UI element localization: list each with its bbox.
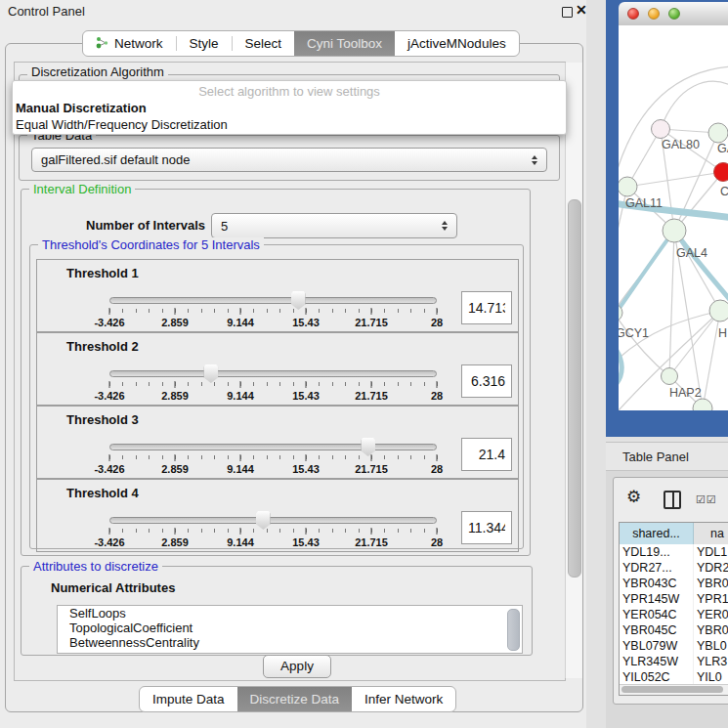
network-view-window: GAL80 GAL1 GAL11 GAL4 GCY1 H HAP2 C — [606, 0, 728, 437]
table-panel-inner: ⚙ ☑☑ shared... na YDL19...YDL1 YDR27...Y… — [613, 477, 728, 705]
algorithm-hint: Select algorithm to view settings — [13, 81, 566, 100]
node-gal4[interactable] — [663, 219, 686, 242]
table-row[interactable]: YLR345WYLR3 — [620, 654, 728, 669]
float-window-icon[interactable] — [562, 7, 573, 18]
main-vertical-scrollbar[interactable] — [565, 63, 582, 678]
control-panel-titlebar: Control Panel ✕ — [0, 0, 586, 23]
table-data-group: Table Data galFiltered.sif default node — [19, 135, 560, 181]
threshold-4-slider-thumb[interactable] — [256, 511, 271, 530]
num-intervals-label: Number of Intervals — [86, 218, 205, 233]
num-intervals-value: 5 — [212, 219, 435, 234]
node-label-gal80: GAL80 — [662, 138, 700, 151]
threshold-2-slider-track[interactable] — [109, 370, 437, 377]
list-item[interactable]: TopologicalCoefficient — [58, 621, 522, 635]
threshold-3-value-field[interactable] — [461, 438, 512, 471]
tab-select[interactable]: Select — [233, 31, 295, 56]
table-row[interactable]: YDL19...YDL1 — [620, 544, 728, 560]
threshold-1-value-field[interactable] — [461, 291, 512, 324]
table-horizontal-scrollbar[interactable] — [620, 684, 728, 695]
table-panel-title: Table Panel — [622, 450, 689, 464]
attributes-group-label: Attributes to discretize — [29, 559, 162, 574]
network-canvas[interactable]: GAL80 GAL1 GAL11 GAL4 GCY1 H HAP2 C — [619, 25, 728, 410]
column-header-shared-name[interactable]: shared... — [620, 523, 694, 544]
attributes-group: Attributes to discretize Numerical Attri… — [21, 566, 533, 656]
table-row[interactable]: YER054CYER0 — [620, 607, 728, 622]
tab-infer-network[interactable]: Infer Network — [352, 687, 455, 711]
table-data-value: galFiltered.sif default node — [32, 152, 525, 167]
minimize-traffic-light-icon[interactable] — [648, 8, 660, 20]
node-h[interactable] — [709, 300, 728, 321]
table-panel-body: ⚙ ☑☑ shared... na YDL19...YDL1 YDR27...Y… — [606, 471, 728, 728]
table-data-combobox[interactable]: galFiltered.sif default node — [31, 148, 547, 172]
columns-icon[interactable] — [664, 491, 681, 509]
tab-impute-data[interactable]: Impute Data — [140, 687, 237, 711]
scrollbar-thumb[interactable] — [621, 686, 723, 693]
column-header-name[interactable]: na — [694, 523, 728, 544]
node-hap2[interactable] — [662, 368, 678, 385]
combo-stepper-icon — [525, 155, 546, 165]
threshold-2-panel: Threshold 2 -3.426 2.859 9.144 15.43 21.… — [36, 332, 519, 406]
node-label-h: H — [718, 326, 727, 340]
list-item[interactable]: BetweennessCentrality — [58, 635, 522, 650]
algorithm-option-equal-width[interactable]: Equal Width/Frequency Discretization — [13, 116, 566, 133]
network-window-titlebar[interactable] — [619, 2, 728, 26]
node-label-gal1: GAL1 — [717, 142, 728, 155]
node-bottom[interactable] — [693, 399, 712, 410]
threshold-4-panel: Threshold 4 -3.426 2.859 9.144 15.43 21.… — [36, 479, 519, 552]
node-gal11[interactable] — [619, 177, 637, 196]
close-icon[interactable]: ✕ — [576, 2, 587, 18]
table-row[interactable]: YIL052CYIL0 — [620, 669, 728, 684]
zoom-traffic-light-icon[interactable] — [668, 8, 680, 20]
bottom-tab-strip: Impute Data Discretize Data Infer Networ… — [139, 686, 456, 712]
table-row[interactable]: YDR27...YDR2 — [620, 560, 728, 576]
node-label-gal4: GAL4 — [676, 246, 707, 260]
table-panel-titlebar: Table Panel — [606, 442, 728, 471]
table-row[interactable]: YPR145WYPR1 — [620, 591, 728, 607]
cyni-scrollpane: Discretization Algorithm Table Data galF… — [14, 62, 566, 681]
threshold-1-slider-track[interactable] — [109, 297, 437, 304]
threshold-3-slider-track[interactable] — [109, 444, 437, 450]
table-row[interactable]: YBR045CYBR0 — [620, 622, 728, 638]
node-label-hap2: HAP2 — [669, 386, 702, 400]
numerical-attributes-list: SelfLoops TopologicalCoefficient Between… — [57, 605, 523, 654]
interval-definition-group: Interval Definition Number of Intervals … — [21, 189, 531, 556]
threshold-1-panel: Threshold 1 -3.426 2.859 9.144 15.43 21.… — [36, 259, 519, 332]
numerical-attributes-label: Numerical Attributes — [51, 580, 175, 595]
thresholds-group-label: Threshold's Coordinates for 5 Intervals — [38, 237, 264, 252]
table-header-row: shared... na — [620, 523, 728, 544]
tab-jactivemnodules[interactable]: jActiveMNodules — [395, 31, 519, 56]
threshold-3-slider-thumb[interactable] — [361, 438, 375, 456]
num-intervals-combobox[interactable]: 5 — [211, 213, 457, 238]
discretization-algorithm-label: Discretization Algorithm — [27, 64, 168, 79]
node-gal1[interactable] — [708, 123, 728, 143]
threshold-4-slider-track[interactable] — [109, 517, 437, 524]
node-gal80[interactable] — [652, 120, 670, 139]
tab-discretize-data[interactable]: Discretize Data — [237, 687, 353, 711]
panel-title: Control Panel — [8, 4, 85, 19]
apply-button[interactable]: Apply — [263, 655, 331, 678]
node-label-gcy1: GCY1 — [619, 326, 649, 340]
node-selected-red[interactable] — [714, 163, 728, 182]
threshold-4-value-field[interactable] — [461, 511, 512, 544]
table-row[interactable]: YBL079WYBL0 — [620, 638, 728, 654]
close-traffic-light-icon[interactable] — [627, 8, 639, 20]
thresholds-group: Threshold's Coordinates for 5 Intervals … — [29, 244, 524, 549]
scrollbar-thumb[interactable] — [568, 199, 581, 578]
algorithm-option-manual[interactable]: Manual Discretization — [13, 100, 566, 116]
tab-network[interactable]: Network — [83, 31, 176, 56]
network-icon — [96, 36, 108, 52]
node-attribute-table: shared... na YDL19...YDL1 YDR27...YDR2 Y… — [619, 522, 728, 696]
table-body: YDL19...YDL1 YDR27...YDR2 YBR043CYBR0 YP… — [620, 544, 728, 684]
table-row[interactable]: YBR043CYBR0 — [620, 576, 728, 591]
threshold-2-value-field[interactable] — [461, 364, 512, 398]
list-item[interactable]: SelfLoops — [58, 606, 522, 621]
threshold-2-slider-thumb[interactable] — [203, 364, 218, 383]
threshold-1-slider-thumb[interactable] — [291, 291, 306, 310]
attributes-list-scrollbar[interactable] — [507, 609, 520, 651]
tab-cyni-toolbox[interactable]: Cyni Toolbox — [294, 31, 395, 56]
algorithm-dropdown-popup: Select algorithm to view settings Manual… — [12, 80, 567, 135]
tab-network-label: Network — [114, 36, 163, 51]
checkbox-icons[interactable]: ☑☑ — [696, 493, 717, 506]
gear-icon[interactable]: ⚙ — [626, 487, 641, 507]
tab-style[interactable]: Style — [177, 31, 232, 56]
